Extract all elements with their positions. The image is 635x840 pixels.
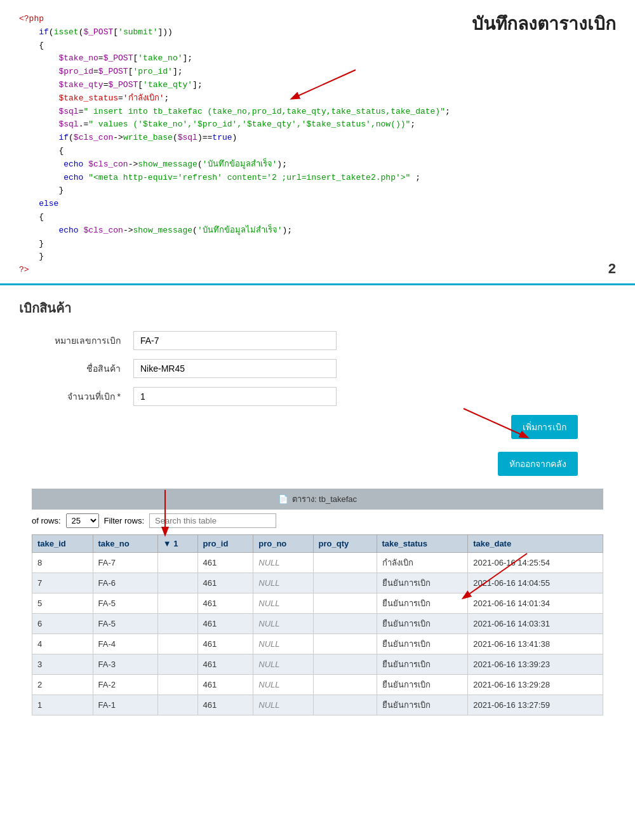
table-cell xyxy=(313,593,377,613)
rows-label: of rows: xyxy=(32,516,61,525)
table-cell: NULL xyxy=(253,674,313,694)
table-cell: FA-2 xyxy=(93,674,157,694)
table-cell xyxy=(157,572,197,593)
table-toolbar: of rows: 25 50 100 Filter rows: xyxy=(32,510,603,532)
table-cell: 4 xyxy=(32,633,93,654)
table-cell: NULL xyxy=(253,613,313,633)
label-product: ชื่อสินค้า xyxy=(19,362,133,376)
form-row-takeno: หมายเลขการเบิก xyxy=(19,331,616,350)
code-section: บันทึกลงตารางเบิก <?php if(isset($_POST[… xyxy=(0,0,635,285)
table-cell: 5 xyxy=(32,593,93,613)
label-qty: จำนวนที่เบิก * xyxy=(19,390,133,403)
table-cell xyxy=(157,694,197,715)
table-cell: FA-3 xyxy=(93,654,157,674)
input-qty[interactable] xyxy=(133,387,337,406)
table-cell: NULL xyxy=(253,552,313,572)
table-cell xyxy=(313,633,377,654)
page-number: 2 xyxy=(608,261,616,277)
label-takeno: หมายเลขการเบิก xyxy=(19,334,133,348)
code-title: บันทึกลงตารางเบิก xyxy=(472,10,616,37)
table-icon: 📄 xyxy=(278,494,288,504)
col-pro-id[interactable]: pro_id xyxy=(197,534,253,552)
table-arrow-1 xyxy=(127,484,203,547)
table-cell xyxy=(157,552,197,572)
table-row: 2FA-2461NULLยืนยันการเบิก2021-06-16 13:2… xyxy=(32,674,603,694)
table-cell: 461 xyxy=(197,613,253,633)
table-header-bar: 📄 ตาราง: tb_takefac xyxy=(32,489,603,510)
form-section: เบิกสินค้า หมายเลขการเบิก ชื่อสินค้า จำน… xyxy=(0,285,635,741)
table-cell: 7 xyxy=(32,572,93,593)
table-cell xyxy=(313,552,377,572)
table-cell: 461 xyxy=(197,654,253,674)
table-cell xyxy=(157,633,197,654)
table-cell: 1 xyxy=(32,694,93,715)
table-title: ตาราง: tb_takefac xyxy=(292,492,357,506)
svg-line-3 xyxy=(464,409,527,437)
table-cell: NULL xyxy=(253,593,313,613)
table-cell xyxy=(157,654,197,674)
table-cell: 2 xyxy=(32,674,93,694)
input-takeno[interactable] xyxy=(133,331,337,350)
table-row: 3FA-3461NULLยืนยันการเบิก2021-06-16 13:3… xyxy=(32,654,603,674)
table-cell: FA-7 xyxy=(93,552,157,572)
table-cell xyxy=(313,674,377,694)
table-cell xyxy=(313,654,377,674)
table-cell: FA-5 xyxy=(93,593,157,613)
table-cell xyxy=(313,613,377,633)
svg-line-7 xyxy=(464,553,527,598)
table-cell: 461 xyxy=(197,694,253,715)
table-cell: ยืนยันการเบิก xyxy=(377,674,468,694)
table-cell: FA-6 xyxy=(93,572,157,593)
col-pro-qty[interactable]: pro_qty xyxy=(313,534,377,552)
table-cell: ยืนยันการเบิก xyxy=(377,633,468,654)
table-cell xyxy=(313,694,377,715)
table-cell: 461 xyxy=(197,593,253,613)
form-title: เบิกสินค้า xyxy=(19,298,616,318)
table-cell: NULL xyxy=(253,633,313,654)
table-cell xyxy=(157,674,197,694)
table-cell: 2021-06-16 13:27:59 xyxy=(468,694,603,715)
col-pro-no[interactable]: pro_no xyxy=(253,534,313,552)
input-product[interactable] xyxy=(133,359,337,378)
table-cell: 461 xyxy=(197,674,253,694)
table-cell: NULL xyxy=(253,572,313,593)
table-row: 1FA-1461NULLยืนยันการเบิก2021-06-16 13:2… xyxy=(32,694,603,715)
table-cell: 461 xyxy=(197,552,253,572)
form-row-product: ชื่อสินค้า xyxy=(19,359,616,378)
table-cell: 6 xyxy=(32,613,93,633)
table-cell: 3 xyxy=(32,654,93,674)
table-row: 4FA-4461NULLยืนยันการเบิก2021-06-16 13:4… xyxy=(32,633,603,654)
table-arrow-2 xyxy=(425,547,552,623)
table-cell: ยืนยันการเบิก xyxy=(377,694,468,715)
table-cell xyxy=(157,593,197,613)
table-cell: FA-1 xyxy=(93,694,157,715)
form-arrow-1 xyxy=(337,402,559,466)
col-take-id[interactable]: take_id xyxy=(32,534,93,552)
table-section: 📄 ตาราง: tb_takefac of rows: 25 50 100 F… xyxy=(32,489,603,715)
table-cell: FA-5 xyxy=(93,613,157,633)
table-cell: NULL xyxy=(253,654,313,674)
table-cell: ยืนยันการเบิก xyxy=(377,654,468,674)
table-cell: 2021-06-16 13:29:28 xyxy=(468,674,603,694)
table-cell: FA-4 xyxy=(93,633,157,654)
table-cell xyxy=(313,572,377,593)
rows-select[interactable]: 25 50 100 xyxy=(66,513,99,528)
table-cell: 2021-06-16 13:39:23 xyxy=(468,654,603,674)
table-cell: 8 xyxy=(32,552,93,572)
table-cell: 2021-06-16 13:41:38 xyxy=(468,633,603,654)
table-cell: 461 xyxy=(197,572,253,593)
table-cell xyxy=(157,613,197,633)
table-cell: NULL xyxy=(253,694,313,715)
code-block: <?php if(isset($_POST['submit'])) { $tak… xyxy=(19,13,616,277)
table-cell: 461 xyxy=(197,633,253,654)
